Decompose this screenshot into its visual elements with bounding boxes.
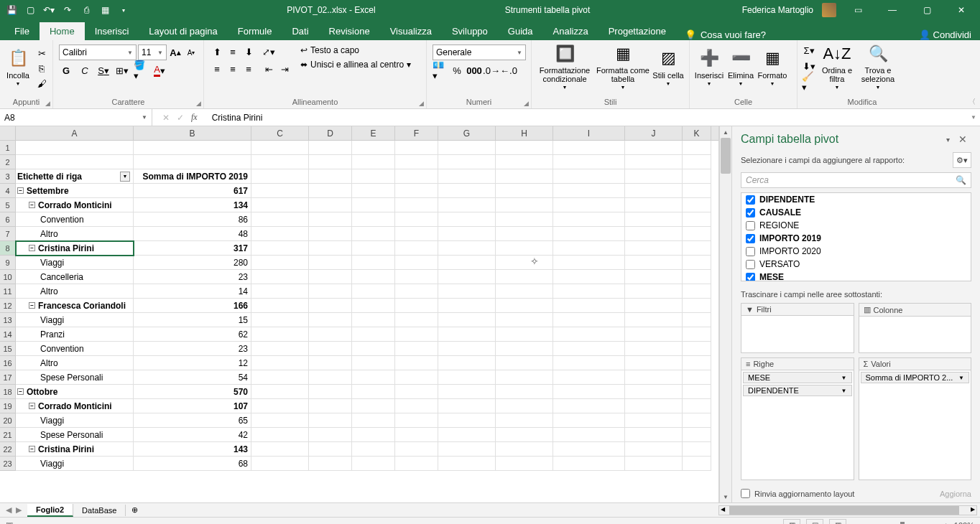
autosum-button[interactable]: Σ▾ bbox=[802, 43, 816, 57]
cancel-formula-icon[interactable]: ✕ bbox=[162, 113, 170, 123]
paste-button[interactable]: 📋 Incolla ▼ bbox=[3, 43, 33, 90]
cell[interactable] bbox=[395, 442, 438, 457]
cell[interactable] bbox=[395, 370, 438, 385]
increase-decimal-button[interactable]: .0→ bbox=[484, 63, 499, 78]
cell[interactable]: Viaggi bbox=[16, 313, 134, 327]
cell[interactable]: 65 bbox=[134, 413, 251, 428]
row-header[interactable]: 10 bbox=[0, 270, 16, 284]
sheet-nav-prev-icon[interactable]: ◀ bbox=[6, 505, 11, 515]
scroll-up-icon[interactable]: ▲ bbox=[720, 126, 731, 138]
select-all-corner[interactable] bbox=[0, 126, 16, 140]
cell[interactable] bbox=[683, 313, 711, 327]
cell[interactable] bbox=[251, 356, 309, 370]
cell[interactable] bbox=[352, 169, 395, 184]
cell[interactable] bbox=[309, 385, 352, 399]
field-list-item[interactable]: IMPORTO 2020 bbox=[741, 245, 971, 258]
cell[interactable] bbox=[395, 342, 438, 356]
row-header[interactable]: 18 bbox=[0, 385, 16, 399]
zoom-level[interactable]: 100% bbox=[954, 521, 974, 525]
collapse-icon[interactable]: − bbox=[29, 446, 35, 452]
ribbon-options-icon[interactable]: ▭ bbox=[845, 0, 871, 20]
cell[interactable] bbox=[683, 212, 711, 227]
update-button[interactable]: Aggiorna bbox=[940, 490, 971, 498]
cell[interactable] bbox=[352, 227, 395, 241]
italic-button[interactable]: C bbox=[78, 63, 92, 78]
row-header[interactable]: 16 bbox=[0, 356, 16, 370]
tab-file[interactable]: File bbox=[4, 22, 40, 40]
cell[interactable] bbox=[395, 413, 438, 428]
cell[interactable] bbox=[553, 370, 625, 385]
cell[interactable] bbox=[251, 155, 309, 169]
cell[interactable]: Spese Personali bbox=[16, 370, 134, 385]
row-header[interactable]: 19 bbox=[0, 399, 16, 413]
insert-cells-button[interactable]: ➕Inserisci▼ bbox=[694, 43, 724, 90]
undo-icon[interactable]: ↶▾ bbox=[43, 4, 55, 16]
cell[interactable] bbox=[395, 198, 438, 212]
row-header[interactable]: 5 bbox=[0, 198, 16, 212]
cell[interactable] bbox=[352, 428, 395, 442]
cell[interactable] bbox=[553, 241, 625, 256]
decrease-indent-button[interactable]: ⇤ bbox=[262, 62, 276, 76]
cell[interactable]: Cancelleria bbox=[16, 270, 134, 284]
cell[interactable] bbox=[352, 198, 395, 212]
borders-button[interactable]: ⊞▾ bbox=[115, 63, 129, 78]
row-header[interactable]: 4 bbox=[0, 184, 16, 198]
cell[interactable]: Convention bbox=[16, 342, 134, 356]
column-header[interactable]: G bbox=[438, 126, 496, 140]
cell[interactable] bbox=[683, 356, 711, 370]
cell[interactable] bbox=[625, 327, 683, 342]
cell[interactable] bbox=[309, 327, 352, 342]
cell[interactable] bbox=[625, 370, 683, 385]
tab-home[interactable]: Home bbox=[40, 22, 85, 40]
cell[interactable] bbox=[496, 457, 553, 471]
cell[interactable] bbox=[683, 442, 711, 457]
cell[interactable] bbox=[251, 212, 309, 227]
cell[interactable] bbox=[625, 270, 683, 284]
cell[interactable] bbox=[496, 327, 553, 342]
cell[interactable] bbox=[438, 256, 496, 270]
add-sheet-button[interactable]: ⊕ bbox=[126, 505, 143, 515]
cell[interactable] bbox=[251, 184, 309, 198]
cell[interactable]: 134 bbox=[134, 198, 251, 212]
font-color-button[interactable]: A▾ bbox=[152, 63, 167, 78]
field-list[interactable]: DIPENDENTECAUSALEREGIONEIMPORTO 2019IMPO… bbox=[741, 192, 971, 281]
font-launcher[interactable]: ◢ bbox=[196, 100, 201, 107]
cell[interactable]: 42 bbox=[134, 428, 251, 442]
cell[interactable] bbox=[496, 227, 553, 241]
cell[interactable] bbox=[438, 428, 496, 442]
cell[interactable] bbox=[309, 241, 352, 256]
cell[interactable] bbox=[395, 256, 438, 270]
wrap-text-button[interactable]: ↩Testo a capo bbox=[297, 45, 414, 56]
tell-me[interactable]: 💡 Cosa vuoi fare? bbox=[676, 29, 775, 40]
row-header[interactable]: 23 bbox=[0, 457, 16, 471]
column-header[interactable]: C bbox=[251, 126, 309, 140]
horizontal-scrollbar[interactable]: ◀ ▶ bbox=[718, 505, 977, 515]
cell[interactable]: −Cristina Pirini bbox=[16, 442, 134, 457]
cell[interactable] bbox=[553, 457, 625, 471]
cell[interactable] bbox=[251, 370, 309, 385]
cell[interactable] bbox=[683, 370, 711, 385]
cell[interactable] bbox=[309, 399, 352, 413]
column-header[interactable]: B bbox=[134, 126, 251, 140]
cell[interactable] bbox=[625, 155, 683, 169]
expand-formula-icon[interactable]: ▼ bbox=[967, 114, 980, 121]
cell[interactable] bbox=[352, 342, 395, 356]
cell[interactable] bbox=[625, 241, 683, 256]
comma-button[interactable]: 000 bbox=[467, 63, 481, 78]
minimize-button[interactable]: — bbox=[879, 0, 905, 20]
align-middle-button[interactable]: ≡ bbox=[226, 45, 240, 59]
cell[interactable] bbox=[625, 342, 683, 356]
cell[interactable] bbox=[438, 212, 496, 227]
cell[interactable] bbox=[309, 198, 352, 212]
cell[interactable] bbox=[395, 399, 438, 413]
cell[interactable] bbox=[553, 227, 625, 241]
defer-layout-checkbox[interactable] bbox=[741, 489, 750, 498]
cell[interactable] bbox=[352, 184, 395, 198]
cell[interactable] bbox=[683, 327, 711, 342]
cell[interactable] bbox=[496, 241, 553, 256]
cell[interactable] bbox=[309, 256, 352, 270]
avatar[interactable] bbox=[822, 3, 836, 17]
cell[interactable] bbox=[352, 212, 395, 227]
decrease-decimal-button[interactable]: ←.0 bbox=[501, 63, 516, 78]
field-checkbox[interactable] bbox=[746, 195, 755, 205]
